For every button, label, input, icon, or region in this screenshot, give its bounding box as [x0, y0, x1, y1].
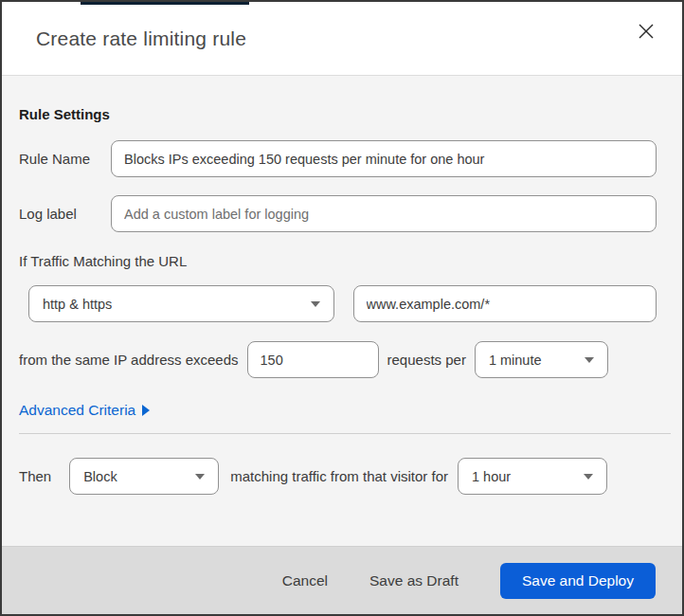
- action-select-value: Block: [83, 469, 188, 484]
- threshold-middle-text: requests per: [387, 352, 466, 368]
- rule-settings-heading: Rule Settings: [19, 106, 657, 122]
- dialog-header: Create rate limiting rule: [2, 2, 682, 76]
- create-rate-limiting-rule-dialog: Create rate limiting rule Rule Settings …: [0, 0, 684, 616]
- rule-name-input[interactable]: [111, 140, 657, 177]
- cancel-button[interactable]: Cancel: [282, 572, 328, 589]
- period-select-value: 1 minute: [489, 353, 577, 368]
- log-label-input[interactable]: [111, 195, 657, 232]
- then-label: Then: [19, 468, 51, 484]
- chevron-down-icon: [195, 474, 205, 480]
- page-title: Create rate limiting rule: [36, 27, 633, 50]
- action-select[interactable]: Block: [69, 458, 219, 495]
- scheme-select-value: http & https: [43, 297, 303, 312]
- duration-select-value: 1 hour: [472, 469, 576, 484]
- traffic-match-row: http & https: [19, 285, 657, 322]
- section-divider: [19, 433, 671, 434]
- chevron-down-icon: [584, 474, 593, 480]
- period-select[interactable]: 1 minute: [475, 341, 608, 378]
- log-label-label: Log label: [19, 206, 111, 222]
- save-as-draft-button[interactable]: Save as Draft: [369, 572, 459, 589]
- duration-select[interactable]: 1 hour: [458, 458, 607, 495]
- close-icon: [638, 23, 655, 43]
- scheme-select[interactable]: http & https: [28, 285, 334, 322]
- dialog-footer: Cancel Save as Draft Save and Deploy: [2, 546, 682, 614]
- action-row: Then Block matching traffic from that vi…: [19, 458, 657, 495]
- close-button[interactable]: [633, 20, 659, 46]
- action-middle-text: matching traffic from that visitor for: [230, 468, 448, 484]
- threshold-prefix-text: from the same IP address exceeds: [19, 352, 239, 368]
- advanced-criteria-link[interactable]: Advanced Criteria: [19, 402, 150, 419]
- save-and-deploy-button[interactable]: Save and Deploy: [500, 563, 656, 599]
- rule-name-label: Rule Name: [19, 151, 111, 167]
- threshold-row: from the same IP address exceeds request…: [19, 341, 657, 378]
- chevron-down-icon: [311, 301, 320, 307]
- rule-name-row: Rule Name: [19, 140, 657, 177]
- background-page-fragment: [81, 2, 249, 5]
- advanced-criteria-label: Advanced Criteria: [19, 402, 135, 419]
- request-count-input[interactable]: [247, 341, 379, 378]
- dialog-body: Rule Settings Rule Name Log label If Tra…: [2, 76, 682, 546]
- log-label-row: Log label: [19, 195, 657, 232]
- chevron-down-icon: [585, 357, 594, 363]
- traffic-match-intro: If Traffic Matching the URL: [19, 253, 657, 269]
- url-pattern-input[interactable]: [353, 285, 657, 322]
- chevron-right-icon: [142, 405, 150, 416]
